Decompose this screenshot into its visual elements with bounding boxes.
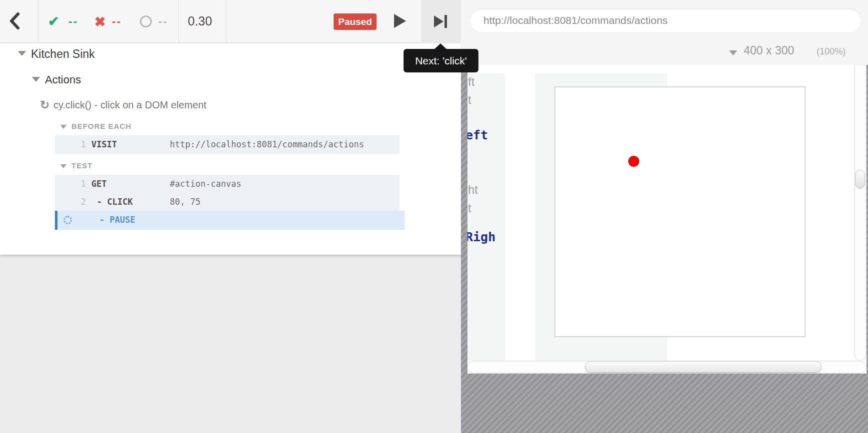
tests-failed-count: -- bbox=[112, 15, 121, 28]
suite-actions[interactable]: Actions bbox=[45, 73, 81, 86]
command-value: http://localhost:8081/commands/actions bbox=[170, 139, 364, 149]
tests-pending-icon bbox=[140, 15, 152, 27]
test-running-spinner-icon: ↻ bbox=[40, 98, 49, 112]
collapse-caret-icon[interactable] bbox=[60, 164, 66, 168]
command-name: - PAUSE bbox=[99, 215, 135, 225]
back-chevron-icon bbox=[8, 11, 30, 31]
viewport-zoom: (100%) bbox=[817, 46, 846, 57]
cypress-runner-screen: ✔ -- ✖ -- -- 0.30 Paused Kitchen Sink Ac… bbox=[0, 0, 868, 433]
viewport-size[interactable]: 400 x 300 bbox=[744, 44, 794, 57]
code-block-left bbox=[467, 73, 505, 361]
click-red-dot bbox=[628, 156, 639, 167]
toolbar-divider bbox=[38, 0, 38, 42]
page-text-fragment: t bbox=[468, 201, 471, 215]
skip-next-icon bbox=[434, 15, 447, 28]
aut-iframe: ft t eft ht t Righ bbox=[467, 65, 867, 374]
horizontal-scrollbar-thumb[interactable] bbox=[585, 361, 822, 373]
section-before-each[interactable]: BEFORE EACH bbox=[71, 122, 131, 130]
command-number: 2 bbox=[76, 197, 86, 207]
pause-spinner-icon bbox=[63, 216, 72, 224]
page-text-fragment: ht bbox=[468, 183, 478, 197]
collapse-caret-icon[interactable] bbox=[32, 77, 40, 82]
tooltip-arrow bbox=[434, 43, 447, 49]
test-duration: 0.30 bbox=[188, 14, 212, 28]
toolbar-divider bbox=[178, 0, 179, 42]
toolbar-divider bbox=[226, 0, 226, 42]
command-name: VISIT bbox=[91, 139, 117, 149]
page-code-fragment: Righ bbox=[467, 230, 495, 244]
page-code-fragment: eft bbox=[467, 128, 488, 142]
collapse-caret-icon[interactable] bbox=[18, 51, 26, 56]
command-row-click[interactable]: 2 - CLICK 80, 75 bbox=[55, 193, 400, 211]
command-row-visit[interactable]: 1 VISIT http://localhost:8081/commands/a… bbox=[55, 135, 400, 154]
command-value: 80, 75 bbox=[170, 197, 200, 207]
collapse-caret-icon[interactable] bbox=[60, 125, 66, 129]
page-text-fragment: ft bbox=[468, 75, 474, 89]
resume-button[interactable] bbox=[394, 14, 407, 29]
test-title[interactable]: cy.click() - click on a DOM element bbox=[53, 99, 206, 111]
tests-passed-icon: ✔ bbox=[48, 13, 60, 29]
next-step-button[interactable] bbox=[421, 0, 461, 43]
command-number: 1 bbox=[76, 139, 86, 149]
section-test[interactable]: TEST bbox=[71, 161, 92, 170]
aut-header: 400 x 300 (100%) bbox=[461, 0, 868, 65]
reporter-command-log: Kitchen Sink Actions ↻ cy.click() - clic… bbox=[0, 43, 461, 255]
url-address-bar[interactable] bbox=[469, 8, 862, 32]
tests-failed-icon: ✖ bbox=[94, 14, 107, 30]
vertical-scrollbar-thumb[interactable] bbox=[855, 170, 865, 189]
tests-passed-count: -- bbox=[68, 15, 78, 28]
command-row-get[interactable]: 1 GET #action-canvas bbox=[55, 175, 400, 193]
command-name: - CLICK bbox=[97, 197, 133, 207]
suite-kitchen-sink[interactable]: Kitchen Sink bbox=[31, 47, 95, 61]
command-name: GET bbox=[91, 179, 107, 189]
reporter-toolbar: ✔ -- ✖ -- -- 0.30 Paused bbox=[0, 0, 461, 43]
tooltip-text: Next: 'click' bbox=[415, 55, 467, 67]
command-row-pause[interactable]: - PAUSE bbox=[55, 211, 405, 230]
aut-stage-background: ft t eft ht t Righ bbox=[461, 65, 868, 433]
next-step-tooltip: Next: 'click' bbox=[404, 49, 478, 72]
command-value: #action-canvas bbox=[170, 179, 241, 189]
tests-pending-count: -- bbox=[158, 15, 168, 28]
back-button[interactable] bbox=[8, 11, 30, 32]
paused-status-badge: Paused bbox=[334, 13, 377, 30]
vertical-scrollbar[interactable] bbox=[854, 65, 867, 361]
viewport-dropdown-caret-icon[interactable] bbox=[729, 50, 737, 55]
horizontal-scrollbar[interactable] bbox=[467, 361, 867, 374]
play-icon bbox=[394, 14, 406, 28]
page-text-fragment: t bbox=[468, 93, 471, 107]
action-canvas[interactable] bbox=[554, 86, 806, 337]
command-number: 1 bbox=[76, 179, 86, 189]
